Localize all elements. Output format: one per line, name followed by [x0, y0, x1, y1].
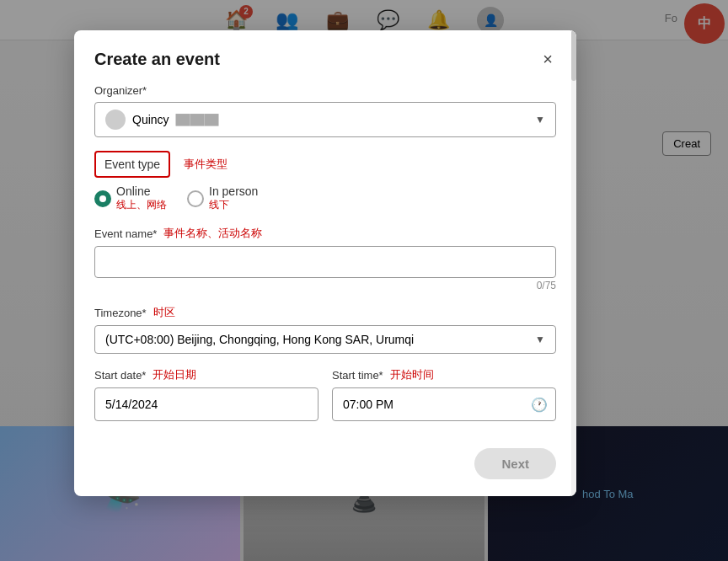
create-event-modal: Create an event × Organizer* Quincy ████…	[74, 30, 576, 496]
timezone-label-en: Timezone*	[94, 307, 147, 319]
start-time-input[interactable]	[332, 387, 556, 421]
clock-icon: 🕐	[531, 397, 548, 413]
event-name-input[interactable]	[94, 246, 556, 278]
organizer-chevron-icon: ▼	[535, 114, 545, 126]
online-label-cn: 线上、网络	[116, 198, 167, 212]
event-type-label-cn: 事件类型	[184, 157, 228, 172]
start-date-label-cn: 开始日期	[153, 367, 196, 382]
start-time-label-cn: 开始时间	[390, 367, 434, 382]
scroll-thumb[interactable]	[571, 30, 576, 81]
datetime-row: Start date* 开始日期 Start time* 开始时间 🕐	[94, 367, 556, 421]
start-time-col: Start time* 开始时间 🕐	[332, 367, 556, 421]
modal-footer: Next	[74, 441, 576, 496]
timezone-value: (UTC+08:00) Beijing, Chongqing, Hong Kon…	[105, 333, 414, 346]
timezone-label-cn: 时区	[153, 305, 175, 320]
organizer-value: Quincy	[132, 113, 169, 126]
event-type-radio-group: Online 线上、网络 In person 线下	[94, 184, 556, 212]
organizer-group: Organizer* Quincy ██████ ▼	[94, 84, 556, 137]
modal-close-button[interactable]: ×	[539, 47, 556, 71]
event-type-label-en: Event type	[104, 158, 160, 171]
event-name-counter: 0/75	[94, 280, 556, 291]
modal-title: Create an event	[94, 50, 220, 69]
organizer-label: Organizer*	[94, 84, 556, 97]
start-time-input-wrap: 🕐	[332, 387, 556, 421]
inperson-label-cn: 线下	[209, 198, 258, 212]
timezone-group: Timezone* 时区 (UTC+08:00) Beijing, Chongq…	[94, 305, 556, 354]
start-date-label-en: Start date*	[94, 369, 146, 382]
inperson-radio-button[interactable]	[187, 190, 204, 207]
online-radio-button[interactable]	[94, 190, 111, 207]
event-name-label-en: Event name*	[94, 227, 157, 240]
event-type-group: Event type 事件类型 Online 线上、网络	[94, 151, 556, 212]
inperson-label-en: In person	[209, 184, 258, 198]
organizer-avatar	[105, 110, 126, 130]
online-radio-item[interactable]: Online 线上、网络	[94, 184, 167, 212]
start-date-input[interactable]	[94, 387, 318, 421]
organizer-name-blur: ██████	[176, 114, 219, 126]
start-time-label-en: Start time*	[332, 369, 383, 382]
event-name-label-cn: 事件名称、活动名称	[163, 226, 262, 241]
scroll-track	[571, 30, 576, 496]
event-name-group: Event name* 事件名称、活动名称 0/75	[94, 226, 556, 291]
organizer-dropdown[interactable]: Quincy ██████ ▼	[94, 102, 556, 137]
modal-header: Create an event ×	[74, 30, 576, 81]
timezone-chevron-icon: ▼	[535, 334, 545, 345]
timezone-dropdown[interactable]: (UTC+08:00) Beijing, Chongqing, Hong Kon…	[94, 325, 556, 354]
next-button[interactable]: Next	[474, 448, 556, 479]
event-type-box: Event type	[94, 151, 170, 178]
online-label-en: Online	[116, 184, 167, 198]
start-date-col: Start date* 开始日期	[94, 367, 318, 421]
modal-body: Organizer* Quincy ██████ ▼ Event type	[74, 81, 576, 441]
modal-backdrop: Create an event × Organizer* Quincy ████…	[0, 0, 728, 561]
inperson-radio-item[interactable]: In person 线下	[187, 184, 258, 212]
